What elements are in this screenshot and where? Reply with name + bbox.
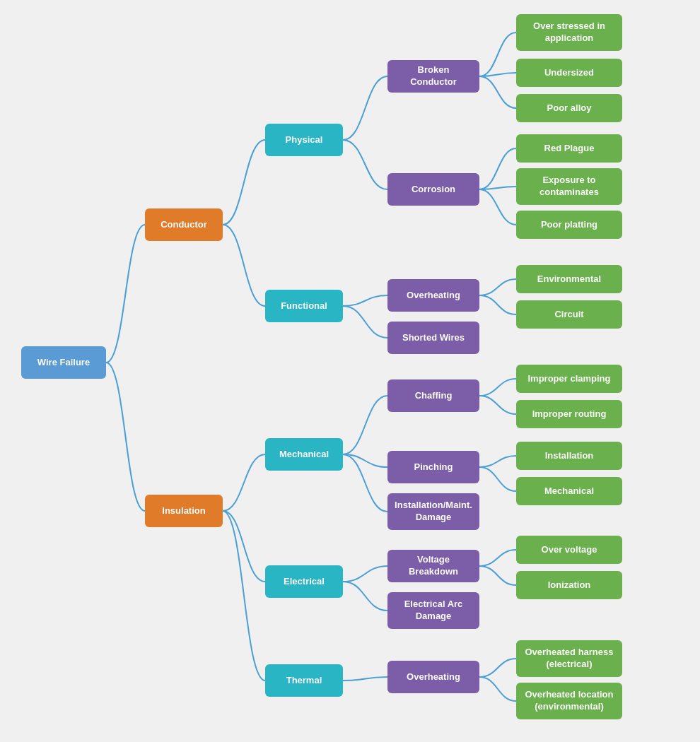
node-over_voltage: Over voltage bbox=[516, 536, 622, 564]
node-exposure_contam: Exposure to contaminates bbox=[516, 168, 622, 205]
node-conductor: Conductor bbox=[145, 208, 223, 241]
node-chaffing: Chaffing bbox=[387, 379, 479, 412]
node-electrical: Electrical bbox=[265, 565, 343, 598]
node-broken_conductor: Broken Conductor bbox=[387, 60, 479, 93]
node-root: Wire Failure bbox=[21, 346, 106, 379]
diagram-canvas: Wire FailureConductorInsulationPhysicalF… bbox=[0, 0, 700, 742]
node-pinching: Pinching bbox=[387, 451, 479, 483]
node-mechanical_leaf: Mechanical bbox=[516, 477, 622, 505]
node-installation: Installation bbox=[516, 442, 622, 470]
node-poor_platting: Poor platting bbox=[516, 211, 622, 239]
node-voltage_breakdown: Voltage Breakdown bbox=[387, 550, 479, 582]
node-mechanical: Mechanical bbox=[265, 438, 343, 471]
node-improper_clamping: Improper clamping bbox=[516, 365, 622, 393]
node-overheated_loc: Overheated location (environmental) bbox=[516, 683, 622, 719]
node-insulation: Insulation bbox=[145, 495, 223, 527]
node-improper_routing: Improper routing bbox=[516, 400, 622, 428]
node-undersized: Undersized bbox=[516, 59, 622, 87]
node-thermal: Thermal bbox=[265, 664, 343, 697]
node-functional: Functional bbox=[265, 290, 343, 322]
node-environmental: Environmental bbox=[516, 265, 622, 293]
node-over_stressed: Over stressed in application bbox=[516, 14, 622, 51]
node-ionization: Ionization bbox=[516, 571, 622, 599]
node-shorted_wires: Shorted Wires bbox=[387, 322, 479, 354]
node-electrical_arc: Electrical Arc Damage bbox=[387, 592, 479, 629]
node-overheating_therm: Overheating bbox=[387, 661, 479, 693]
node-corrosion: Corrosion bbox=[387, 173, 479, 206]
node-red_plague: Red Plague bbox=[516, 134, 622, 163]
node-overheating_func: Overheating bbox=[387, 279, 479, 312]
node-install_damage: Installation/Maint. Damage bbox=[387, 493, 479, 530]
node-circuit: Circuit bbox=[516, 300, 622, 329]
node-overheated_harness: Overheated harness (electrical) bbox=[516, 640, 622, 677]
node-poor_alloy: Poor alloy bbox=[516, 94, 622, 122]
node-physical: Physical bbox=[265, 124, 343, 156]
